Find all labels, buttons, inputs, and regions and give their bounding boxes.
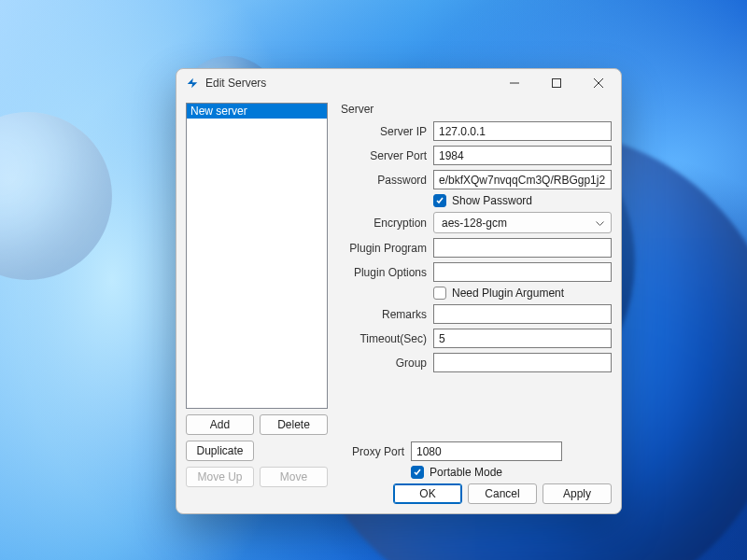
portable-mode-checkbox[interactable]: Portable Mode xyxy=(411,466,502,479)
proxy-port-label: Proxy Port xyxy=(339,445,411,458)
encryption-label: Encryption xyxy=(339,217,433,230)
plugin-options-label: Plugin Options xyxy=(339,266,433,279)
app-icon xyxy=(186,77,199,90)
need-plugin-arg-checkbox[interactable]: Need Plugin Argument xyxy=(433,287,564,300)
server-group-label: Server xyxy=(339,103,612,116)
move-down-button: Move xyxy=(260,467,328,487)
timeout-label: Timeout(Sec) xyxy=(339,332,433,345)
window-title: Edit Servers xyxy=(205,77,493,90)
plugin-program-input[interactable] xyxy=(433,238,612,258)
ok-button[interactable]: OK xyxy=(393,483,462,504)
timeout-input[interactable] xyxy=(433,329,612,348)
plugin-program-label: Plugin Program xyxy=(339,242,433,255)
portable-mode-label: Portable Mode xyxy=(430,466,502,479)
add-button[interactable]: Add xyxy=(186,414,254,435)
server-ip-label: Server IP xyxy=(339,125,433,138)
cancel-button[interactable]: Cancel xyxy=(468,483,537,504)
move-up-button: Move Up xyxy=(186,467,254,487)
duplicate-button[interactable]: Duplicate xyxy=(186,441,254,461)
maximize-button[interactable] xyxy=(535,69,577,97)
proxy-port-input[interactable] xyxy=(411,441,562,461)
edit-servers-window: Edit Servers New server Add Delete Dupli… xyxy=(176,68,622,514)
close-button[interactable] xyxy=(577,69,619,97)
encryption-value: aes-128-gcm xyxy=(442,217,507,230)
password-input[interactable] xyxy=(433,170,612,189)
checkbox-icon xyxy=(433,287,446,300)
server-port-input[interactable] xyxy=(433,146,612,165)
show-password-checkbox[interactable]: Show Password xyxy=(433,194,532,207)
checkbox-icon xyxy=(433,194,446,207)
plugin-options-input[interactable] xyxy=(433,262,612,282)
server-list[interactable]: New server xyxy=(186,103,328,409)
need-plugin-arg-label: Need Plugin Argument xyxy=(452,287,564,300)
group-label: Group xyxy=(339,357,433,370)
server-port-label: Server Port xyxy=(339,149,433,162)
show-password-label: Show Password xyxy=(452,194,532,207)
checkbox-icon xyxy=(411,466,424,479)
server-ip-input[interactable] xyxy=(433,121,612,141)
chevron-down-icon xyxy=(596,217,604,230)
svg-rect-1 xyxy=(552,79,560,88)
minimize-button[interactable] xyxy=(493,69,535,97)
encryption-select[interactable]: aes-128-gcm xyxy=(433,212,612,233)
delete-button[interactable]: Delete xyxy=(260,414,328,435)
remarks-input[interactable] xyxy=(433,304,612,324)
remarks-label: Remarks xyxy=(339,308,433,321)
group-input[interactable] xyxy=(433,353,612,372)
server-list-item[interactable]: New server xyxy=(187,104,327,119)
password-label: Password xyxy=(339,174,433,187)
titlebar: Edit Servers xyxy=(176,69,621,97)
apply-button[interactable]: Apply xyxy=(543,483,612,504)
